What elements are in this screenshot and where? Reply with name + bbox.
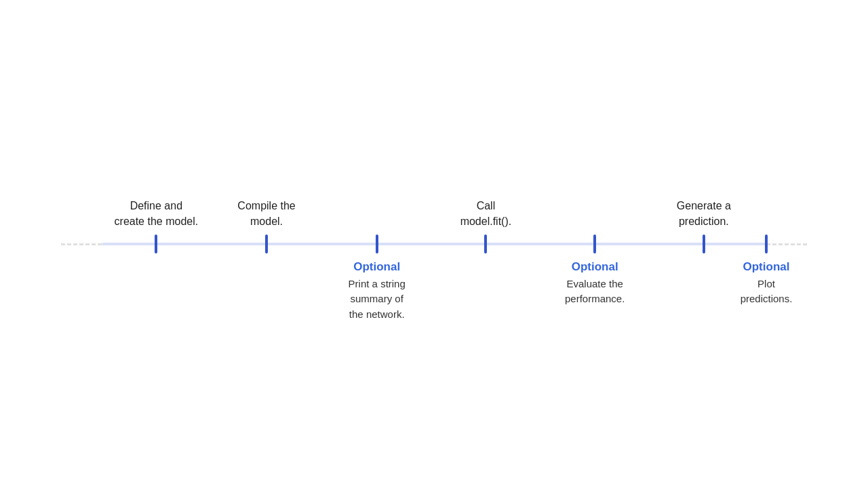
tick-step1 [155, 235, 157, 253]
label-step2: Compile themodel. [212, 199, 321, 229]
optional-badge-step7: Optional [712, 259, 821, 275]
label-step1: Define andcreate the model. [102, 199, 210, 229]
tick-step2 [265, 235, 268, 253]
timeline-wrapper: Define andcreate the model.Compile themo… [61, 142, 807, 346]
optional-label-step5: OptionalEvaluate theperformance. [540, 259, 649, 307]
tick-step5 [593, 235, 596, 253]
tick-step4 [484, 235, 487, 253]
label-step6: Generate aprediction. [650, 199, 758, 229]
optional-label-step3: OptionalPrint a stringsummary ofthe netw… [323, 259, 431, 322]
tick-step7 [765, 235, 768, 253]
steps-container: Define andcreate the model.Compile themo… [61, 142, 807, 346]
diagram-container: Define andcreate the model.Compile themo… [27, 142, 841, 346]
optional-badge-step3: Optional [323, 259, 431, 275]
optional-badge-step5: Optional [540, 259, 649, 275]
optional-text-step5: Evaluate theperformance. [565, 278, 625, 304]
tick-step6 [703, 235, 705, 253]
optional-text-step3: Print a stringsummary ofthe network. [349, 278, 406, 320]
optional-label-step7: OptionalPlotpredictions. [712, 259, 821, 307]
tick-step3 [376, 235, 378, 253]
optional-text-step7: Plotpredictions. [741, 278, 793, 304]
label-step4: Callmodel.fit(). [431, 199, 540, 229]
